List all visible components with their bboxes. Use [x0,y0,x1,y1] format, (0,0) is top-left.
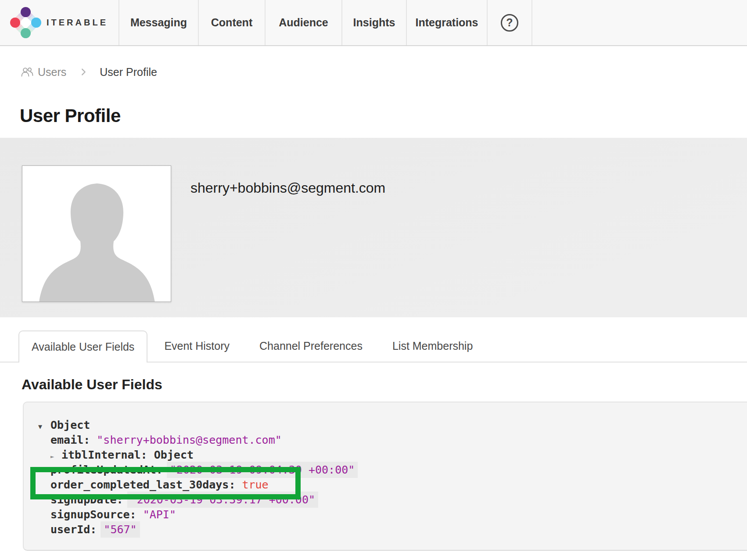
iterable-logo-icon [9,6,42,39]
caret-right-icon[interactable]: ► [50,449,61,464]
profile-email: sherry+bobbins@segment.com [190,180,385,196]
avatar [22,165,171,302]
nav-item-messaging[interactable]: Messaging [119,0,199,45]
tab-channel-preferences[interactable]: Channel Preferences [246,330,376,362]
json-value-profileupdatedat: "2020-03-19 09:04:30 +00:00" [167,462,358,478]
json-row-order-completed: order_completed_last_30days:true [38,477,738,492]
tab-list-membership[interactable]: List Membership [379,330,486,362]
json-value-userid: "567" [101,521,140,538]
logo-dot-blue [31,18,41,28]
nav-item-integrations[interactable]: Integrations [407,0,488,45]
json-row-root: ▼Object [38,418,738,433]
tab-event-history[interactable]: Event History [151,330,243,362]
json-row-itblinternal: ►itblInternal:Object [38,448,738,463]
help-icon: ? [501,14,518,32]
top-navbar: ITERABLE Messaging Content Audience Insi… [0,0,747,46]
help-button[interactable]: ? [488,0,532,45]
chevron-right-icon [79,67,88,77]
breadcrumb-users-link[interactable]: Users [21,66,66,79]
json-value-signupdate: "2020-03-19 03:39:17 +00:00" [127,492,318,508]
tab-available-user-fields[interactable]: Available User Fields [18,330,147,363]
nav-item-content[interactable]: Content [199,0,266,45]
breadcrumb-current-label: User Profile [100,66,157,79]
profile-tabs: Available User Fields Event History Chan… [0,330,747,363]
json-row-signupsource: signupSource:"API" [38,507,738,522]
nav-item-audience[interactable]: Audience [266,0,342,45]
logo-dot-red [10,18,20,28]
breadcrumb-parent-label: Users [38,66,66,79]
users-icon [21,67,34,77]
section-heading: Available User Fields [22,377,162,393]
logo-dot-purple [21,7,31,17]
json-tree: ▼Object email:"sherry+bobbins@segment.co… [38,418,738,537]
json-object-label: Object [154,449,194,461]
brand-logo[interactable]: ITERABLE [0,0,119,45]
user-fields-json-viewer: ▼Object email:"sherry+bobbins@segment.co… [23,402,747,551]
json-row-userid: userId:"567" [38,522,738,537]
json-value-email: "sherry+bobbins@segment.com" [97,434,281,446]
logo-dot-teal [21,28,31,38]
profile-header-band: sherry+bobbins@segment.com [0,138,747,317]
page-title: User Profile [20,105,121,126]
brand-wordmark: ITERABLE [47,18,108,28]
json-value-signupsource: "API" [143,508,176,521]
json-row-email: email:"sherry+bobbins@segment.com" [38,433,738,448]
breadcrumb: Users User Profile [21,62,157,82]
json-value-order-completed: true [242,478,268,491]
caret-down-icon[interactable]: ▼ [38,419,50,434]
json-root-label: Object [50,419,90,431]
avatar-silhouette-icon [22,166,171,302]
nav-item-insights[interactable]: Insights [342,0,407,45]
json-row-signupdate: signupDate:"2020-03-19 03:39:17 +00:00" [38,492,738,507]
json-row-profileupdatedat: profileUpdatedAt:"2020-03-19 09:04:30 +0… [38,463,738,477]
